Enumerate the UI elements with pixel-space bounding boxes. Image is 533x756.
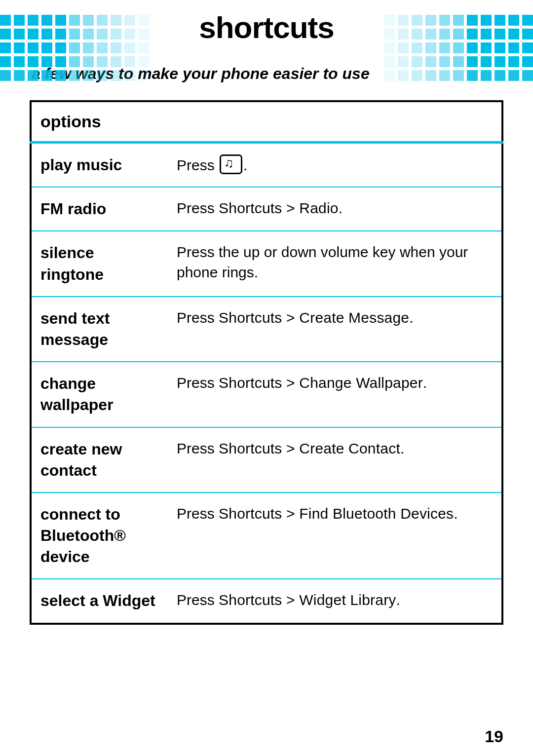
row-description: Press . — [168, 143, 502, 188]
row-label: change wallpaper — [31, 362, 168, 427]
table-row: change wallpaperPress Shortcuts > Change… — [31, 362, 502, 427]
row-label: select a Widget — [31, 579, 168, 623]
table-row: connect to Bluetooth® devicePress Shortc… — [31, 492, 502, 579]
row-description: Press Shortcuts > Radio. — [168, 187, 502, 231]
table-row: FM radioPress Shortcuts > Radio. — [31, 187, 502, 231]
shortcuts-table: options play musicPress .FM radioPress S… — [30, 100, 503, 625]
row-description: Press the up or down volume key when you… — [168, 231, 502, 296]
row-description: Press Shortcuts > Change Wallpaper. — [168, 362, 502, 427]
table-row: silence ringtonePress the up or down vol… — [31, 231, 502, 296]
row-description: Press Shortcuts > Create Contact. — [168, 427, 502, 492]
table-row: create new contactPress Shortcuts > Crea… — [31, 427, 502, 492]
page-subtitle: a few ways to make your phone easier to … — [32, 65, 503, 83]
row-label: connect to Bluetooth® device — [31, 492, 168, 579]
page-number: 19 — [485, 727, 503, 746]
table-row: select a WidgetPress Shortcuts > Widget … — [31, 579, 502, 623]
row-label: silence ringtone — [31, 231, 168, 296]
table-row: send text messagePress Shortcuts > Creat… — [31, 297, 502, 362]
row-description: Press Shortcuts > Create Message. — [168, 297, 502, 362]
music-note-icon — [220, 154, 242, 174]
row-description: Press Shortcuts > Widget Library. — [168, 579, 502, 623]
table-row: play musicPress . — [31, 143, 502, 188]
page-title: shortcuts — [30, 10, 503, 45]
row-label: create new contact — [31, 427, 168, 492]
row-label: play music — [31, 143, 168, 188]
table-header-options: options — [31, 101, 502, 143]
row-label: FM radio — [31, 187, 168, 231]
row-description: Press Shortcuts > Find Bluetooth Devices… — [168, 492, 502, 579]
row-label: send text message — [31, 297, 168, 362]
